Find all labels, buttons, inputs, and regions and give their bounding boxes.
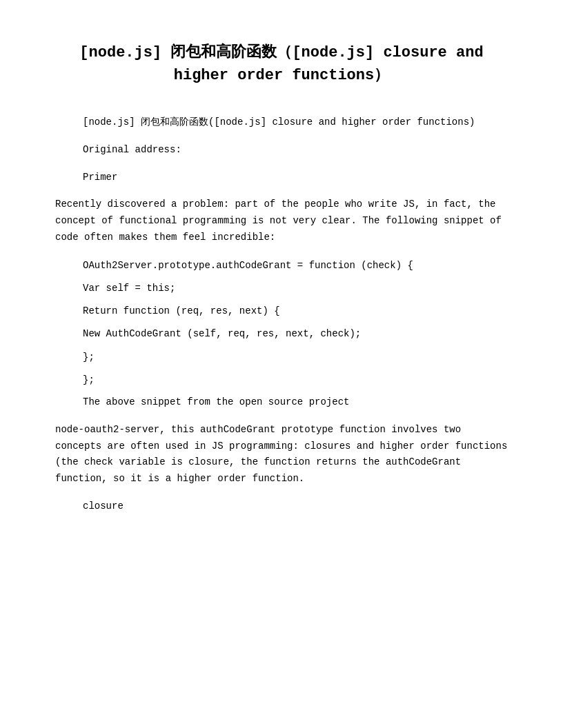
code-line5: };: [55, 349, 508, 366]
closure-label-text: closure: [83, 501, 124, 512]
intro-text: Recently discovered a problem: part of t…: [55, 199, 502, 243]
primer-block: Primer: [55, 170, 508, 186]
intro-block: Recently discovered a problem: part of t…: [55, 196, 508, 245]
subtitle-text: [node.js] 闭包和高阶函数([node.js] closure and …: [83, 117, 475, 128]
description-block: node-oauth2-server, this authCodeGrant p…: [55, 422, 508, 487]
code-line1: OAuth2Server.prototype.authCodeGrant = f…: [55, 257, 508, 274]
code-line2: Var self = this;: [55, 280, 508, 297]
title-line2: higher order functions）: [55, 64, 508, 87]
code-text-line5: };: [83, 352, 95, 363]
code-line3: Return function (req, res, next) {: [55, 303, 508, 320]
code-text-line4: New AuthCodeGrant (self, req, res, next,…: [83, 328, 361, 339]
code-text-line2: Var self = this;: [83, 283, 175, 294]
code-line6: };: [55, 372, 508, 389]
title-line1: [node.js] 闭包和高阶函数（[node.js] closure and: [55, 41, 508, 64]
code-text-line1: OAuth2Server.prototype.authCodeGrant = f…: [83, 260, 413, 271]
closure-label-block: closure: [55, 498, 508, 515]
description-text: node-oauth2-server, this authCodeGrant p…: [55, 424, 507, 484]
code-text-line3: Return function (req, res, next) {: [83, 305, 280, 316]
subtitle-block: [node.js] 闭包和高阶函数([node.js] closure and …: [55, 114, 508, 131]
above-snippet-block: The above snippet from the open source p…: [55, 394, 508, 411]
code-text-line6: };: [83, 374, 95, 385]
original-address-block: Original address:: [55, 142, 508, 159]
above-snippet-text: The above snippet from the open source p…: [83, 396, 349, 407]
page-title: [node.js] 闭包和高阶函数（[node.js] closure and …: [55, 41, 508, 87]
primer-text: Primer: [83, 172, 117, 183]
original-address-text: Original address:: [83, 144, 181, 155]
code-line4: New AuthCodeGrant (self, req, res, next,…: [55, 325, 508, 343]
